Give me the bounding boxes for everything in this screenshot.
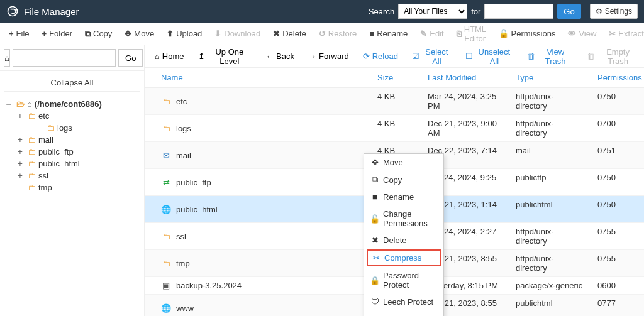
toolbar-upload-button[interactable]: ⬆ Upload bbox=[160, 24, 208, 44]
action-reload-button[interactable]: ⟳Reload bbox=[357, 47, 404, 66]
file-permissions: 0700 bbox=[591, 115, 644, 141]
leech-protect-icon: 🛡 bbox=[370, 297, 379, 307]
col-size-header[interactable]: Size bbox=[371, 68, 421, 87]
ctx-rename[interactable]: ■Rename bbox=[364, 188, 443, 205]
sidebar-home-button[interactable]: ⌂ bbox=[4, 49, 10, 67]
file-permissions: 0600 bbox=[591, 277, 644, 294]
file-name: public_html bbox=[176, 205, 218, 214]
tree-root[interactable]: − 🗁 ⌂ (/home/cont6886) bbox=[6, 98, 138, 110]
action-empty-trash-button: 🗑Empty Trash bbox=[580, 47, 644, 66]
search-input[interactable] bbox=[484, 4, 553, 19]
action-bar: ⌂Home↥Up One Level←Back→Forward⟳Reload☑S… bbox=[145, 45, 644, 68]
change-permissions-icon: 🔓 bbox=[370, 214, 379, 224]
tree-item-public_ftp[interactable]: +🗀public_ftp bbox=[18, 146, 138, 158]
empty-trash-icon: 🗑 bbox=[587, 52, 595, 61]
file-type: mail bbox=[509, 142, 591, 168]
collapse-icon[interactable]: − bbox=[6, 99, 14, 109]
tree-item-public_html[interactable]: +🗀public_html bbox=[18, 158, 138, 170]
file-permissions: 0750 bbox=[591, 169, 644, 195]
view-trash-icon: 🗑 bbox=[527, 52, 535, 61]
file-type: httpd/unix-directory bbox=[509, 88, 591, 114]
file-type: package/x-generic bbox=[509, 277, 591, 294]
ctx-compress[interactable]: ✂Compress bbox=[367, 249, 441, 266]
col-mod-header[interactable]: Last Modified bbox=[421, 68, 509, 87]
file-name: etc bbox=[176, 97, 187, 106]
path-input[interactable] bbox=[13, 49, 116, 67]
tree-item-etc[interactable]: +🗀etc bbox=[18, 110, 138, 122]
folder-icon: 🗀 bbox=[28, 171, 36, 180]
tree-item-mail[interactable]: +🗀mail bbox=[18, 134, 138, 146]
toolbar-download-button: ⬇ Download bbox=[208, 24, 267, 44]
ctx-password-protect[interactable]: 🔒Password Protect bbox=[364, 267, 443, 293]
expand-icon[interactable]: + bbox=[18, 159, 25, 168]
path-go-button[interactable]: Go bbox=[118, 49, 143, 67]
ctx-change-permissions[interactable]: 🔓Change Permissions bbox=[364, 205, 443, 232]
col-type-header[interactable]: Type bbox=[509, 68, 591, 87]
rename-icon: ■ bbox=[370, 192, 379, 202]
col-name-header[interactable]: Name bbox=[145, 68, 371, 87]
search-go-button[interactable]: Go bbox=[557, 4, 580, 19]
toolbar-move-button[interactable]: ✥ Move bbox=[118, 24, 160, 44]
header-search: Search All Your Files for Go ⚙Settings bbox=[369, 4, 638, 19]
expand-icon[interactable]: + bbox=[18, 171, 25, 180]
action-select-all-button[interactable]: ☑Select All bbox=[406, 47, 458, 66]
tree-item-ssl[interactable]: +🗀ssl bbox=[18, 170, 138, 182]
cpanel-icon bbox=[6, 5, 19, 18]
ctx-copy[interactable]: ⧉Copy bbox=[364, 171, 443, 188]
folder-icon: 🗀 bbox=[161, 97, 171, 106]
rename-icon: ■ bbox=[369, 29, 374, 38]
copy-icon: ⧉ bbox=[85, 29, 91, 39]
tree-item-logs[interactable]: 🗀logs bbox=[18, 122, 138, 134]
action-unselect-all-button[interactable]: ☐Unselect All bbox=[459, 47, 519, 66]
html editor-icon: ⎘ bbox=[457, 29, 462, 38]
toolbar-file-button[interactable]: + File bbox=[3, 24, 36, 44]
ctx-delete[interactable]: ✖Delete bbox=[364, 232, 443, 249]
expand-icon[interactable]: + bbox=[18, 135, 25, 144]
file-row[interactable]: 🗀etc4 KBMar 24, 2024, 3:25 PMhttpd/unix-… bbox=[145, 88, 644, 115]
action-view-trash-button[interactable]: 🗑View Trash bbox=[521, 47, 579, 66]
action-up-one-level-button[interactable]: ↥Up One Level bbox=[192, 47, 258, 66]
ctx-move[interactable]: ✥Move bbox=[364, 154, 443, 171]
app-header: File Manager Search All Your Files for G… bbox=[0, 0, 644, 23]
edit-icon: ✎ bbox=[420, 29, 427, 38]
file-name: ssl bbox=[176, 232, 186, 241]
settings-button[interactable]: ⚙Settings bbox=[590, 4, 638, 19]
folder-tree: − 🗁 ⌂ (/home/cont6886) +🗀etc🗀logs+🗀mail+… bbox=[0, 94, 144, 197]
folder-icon: 🗀 bbox=[28, 111, 36, 121]
search-scope-select[interactable]: All Your Files bbox=[398, 4, 467, 19]
ctx-leech-protect[interactable]: 🛡Leech Protect bbox=[364, 293, 443, 310]
file-row[interactable]: 🗀logs4 KBDec 21, 2023, 9:00 AMhttpd/unix… bbox=[145, 115, 644, 142]
sidebar: ⌂ Go Collapse All − 🗁 ⌂ (/home/cont6886)… bbox=[0, 45, 145, 316]
expand-icon[interactable]: + bbox=[18, 147, 25, 156]
forward-icon: → bbox=[308, 52, 316, 61]
toolbar-delete-button[interactable]: ✖ Delete bbox=[267, 24, 313, 44]
folder-icon: + bbox=[42, 29, 47, 38]
toolbar-view-button: 👁 View bbox=[562, 24, 602, 44]
toolbar-copy-button[interactable]: ⧉ Copy bbox=[79, 24, 118, 44]
collapse-all-button[interactable]: Collapse All bbox=[4, 74, 140, 92]
folder-icon: 🗀 bbox=[28, 147, 36, 156]
file-type: httpd/unix-directory bbox=[509, 115, 591, 141]
expand-icon[interactable]: + bbox=[18, 111, 25, 121]
file-name: backup-3.25.2024 bbox=[176, 281, 242, 290]
delete-icon: ✖ bbox=[273, 29, 280, 38]
toolbar-permissions-button[interactable]: 🔓 Permissions bbox=[492, 24, 562, 44]
search-label: Search bbox=[369, 7, 394, 16]
action-home-button[interactable]: ⌂Home bbox=[148, 47, 191, 66]
file-size: 4 KB bbox=[371, 88, 421, 114]
toolbar-restore-button: ↺ Restore bbox=[313, 24, 364, 44]
col-perm-header[interactable]: Permissions bbox=[591, 68, 644, 87]
tree-item-tmp[interactable]: 🗀tmp bbox=[18, 182, 138, 193]
home-icon: ⌂ bbox=[27, 99, 32, 109]
toolbar-rename-button[interactable]: ■ Rename bbox=[363, 24, 414, 44]
file-name: logs bbox=[176, 124, 191, 133]
content-area: ⌂Home↥Up One Level←Back→Forward⟳Reload☑S… bbox=[145, 45, 644, 316]
action-forward-button[interactable]: →Forward bbox=[302, 47, 355, 66]
folder-open-icon: 🗁 bbox=[16, 99, 25, 109]
ctx-manage-indices[interactable]: 🔧Manage Indices bbox=[364, 310, 443, 316]
compress-icon: ✂ bbox=[372, 253, 380, 263]
action-back-button[interactable]: ←Back bbox=[259, 47, 301, 66]
sync-icon: ⇄ bbox=[161, 178, 171, 187]
globe-icon: 🌐 bbox=[161, 205, 171, 214]
toolbar-folder-button[interactable]: + Folder bbox=[36, 24, 79, 44]
